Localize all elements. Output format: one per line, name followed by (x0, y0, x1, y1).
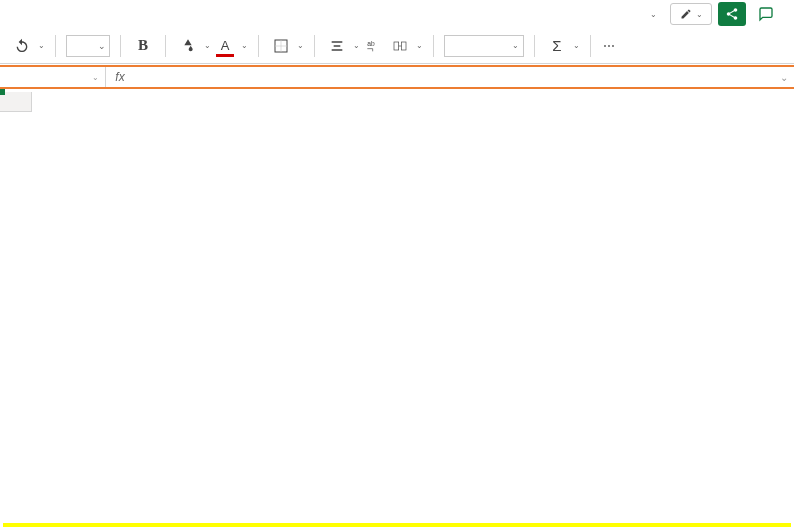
share-icon (725, 7, 739, 21)
svg-rect-5 (401, 42, 406, 50)
toolbar: ⌄ ⌄ B ⌄ A ⌄ ⌄ ⌄ ab (0, 28, 794, 64)
fill-color-dropdown[interactable]: ⌄ (204, 41, 211, 50)
chevron-down-icon: ⌄ (95, 41, 109, 51)
merge-button[interactable] (388, 34, 412, 58)
tabs-overflow[interactable]: ⌄ (640, 2, 664, 26)
bold-button[interactable]: B (131, 34, 155, 58)
align-center-icon (329, 38, 345, 54)
font-color-button[interactable]: A (213, 34, 237, 58)
share-button[interactable] (718, 2, 746, 26)
font-size-input[interactable] (67, 39, 95, 53)
font-color-dropdown[interactable]: ⌄ (241, 41, 248, 50)
fill-color-button[interactable] (176, 34, 200, 58)
pencil-icon (680, 8, 692, 20)
comments-button[interactable] (752, 2, 780, 26)
align-center-button[interactable] (325, 34, 349, 58)
autosum-dropdown[interactable]: ⌄ (573, 41, 580, 50)
toolbar-overflow[interactable]: ⋯ (597, 34, 621, 58)
svg-rect-4 (394, 42, 399, 50)
ribbon-tabs: ⌄ ⌄ (0, 0, 794, 28)
autosum-button[interactable]: Σ (545, 34, 569, 58)
undo-dropdown[interactable]: ⌄ (38, 41, 45, 50)
spreadsheet-grid[interactable] (0, 92, 794, 527)
expand-formula-button[interactable]: ⌄ (774, 67, 794, 87)
merge-icon (392, 38, 408, 54)
borders-button[interactable] (269, 34, 293, 58)
select-all-corner[interactable] (0, 92, 32, 112)
paint-bucket-icon (180, 38, 196, 54)
chevron-down-icon: ⌄ (92, 73, 99, 82)
wrap-text-button[interactable]: ab (362, 34, 386, 58)
name-box[interactable]: ⌄ (0, 67, 106, 87)
number-format-selector[interactable]: ⌄ (444, 35, 524, 57)
svg-text:ab: ab (367, 40, 375, 47)
column-headers (0, 92, 794, 112)
chevron-down-icon: ⌄ (512, 41, 519, 50)
formula-input[interactable] (134, 67, 774, 87)
comment-icon (758, 6, 774, 22)
fx-label[interactable]: fx (106, 67, 134, 87)
formula-bar: ⌄ fx ⌄ (0, 65, 794, 89)
undo-button[interactable] (10, 34, 34, 58)
edit-mode-button[interactable]: ⌄ (670, 3, 712, 25)
borders-dropdown[interactable]: ⌄ (297, 41, 304, 50)
merge-dropdown[interactable]: ⌄ (416, 41, 423, 50)
border-icon (273, 38, 289, 54)
undo-icon (14, 38, 30, 54)
wrap-text-icon: ab (366, 38, 382, 54)
font-size-selector[interactable]: ⌄ (66, 35, 110, 57)
align-dropdown[interactable]: ⌄ (353, 41, 360, 50)
